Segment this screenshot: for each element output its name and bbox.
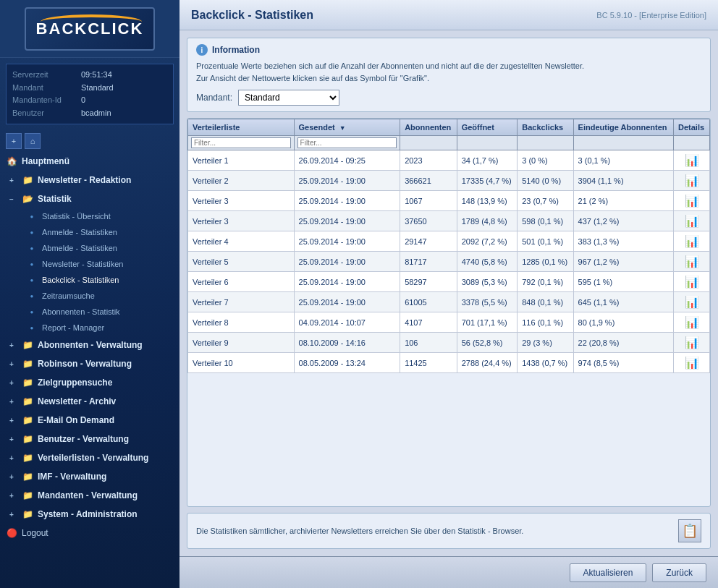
sidebar-item-verteilerlisten-verwaltung[interactable]: + 📁 Verteilerlisten - Verwaltung: [0, 448, 180, 467]
dot-icon-abonnenten-stat: ●: [26, 306, 38, 318]
cell-eindeutig-8: 80 (1,9 %): [573, 312, 673, 333]
sidebar-item-report-manager[interactable]: ● Report - Manager: [0, 320, 180, 336]
chart-button-10[interactable]: 📊: [685, 356, 699, 370]
sidebar-item-label-abonnenten-verwaltung: Abonnenten - Verwaltung: [38, 340, 143, 350]
filter-cell-backclicks: [518, 136, 573, 150]
sidebar-item-label-statistik-uebersicht: Statistik - Übersicht: [42, 212, 111, 221]
chart-button-0[interactable]: 📊: [685, 153, 699, 167]
sidebar-item-abmelde-statistiken[interactable]: ● Abmelde - Statistiken: [0, 240, 180, 256]
cell-chart-3[interactable]: 📊: [674, 211, 710, 231]
filter-cell-name[interactable]: [188, 136, 295, 150]
cell-chart-5[interactable]: 📊: [674, 252, 710, 272]
sidebar-add-button[interactable]: +: [6, 133, 22, 149]
sidebar-item-robinson-verwaltung[interactable]: + 📁 Robinson - Verwaltung: [0, 354, 180, 373]
table-row: Verteiler 9 08.10.2009 - 14:16 106 56 (5…: [188, 333, 710, 353]
sidebar-item-statistik[interactable]: − 📂 Statistik: [0, 189, 180, 208]
folder-icon-zielgruppe: 📁: [22, 377, 33, 388]
expand-icon-robinson: +: [6, 358, 17, 370]
cell-chart-7[interactable]: 📊: [674, 292, 710, 312]
main-content-area: Backclick - Statistiken BC 5.9.10 - [Ent…: [180, 0, 718, 588]
sidebar-item-backclick-statistiken[interactable]: ● Backclick - Statistiken: [0, 272, 180, 288]
cell-name-4: Verteiler 4: [188, 231, 295, 252]
col-header-eindeutig[interactable]: Eindeutige Abonnenten: [573, 119, 673, 136]
info-box-line2: Zur Ansicht der Nettowerte klicken sie a…: [196, 72, 701, 85]
cell-name-5: Verteiler 5: [188, 252, 295, 272]
sidebar-item-zeitraumsuche[interactable]: ● Zeitraumsuche: [0, 288, 180, 304]
filter-input-gesendet[interactable]: [297, 137, 397, 148]
col-header-verteilerliste[interactable]: Verteilerliste: [188, 119, 295, 136]
cell-gesendet-2: 25.09.2014 - 19:00: [294, 191, 400, 211]
cell-chart-4[interactable]: 📊: [674, 231, 710, 252]
col-header-abonnenten[interactable]: Abonnenten: [400, 119, 457, 136]
chart-button-7[interactable]: 📊: [685, 295, 699, 309]
cell-gesendet-10: 08.05.2009 - 13:24: [294, 353, 400, 373]
col-header-geoeffnet[interactable]: Geöffnet: [457, 119, 518, 136]
chart-button-9[interactable]: 📊: [685, 336, 699, 349]
sidebar-item-system-administration[interactable]: + 📁 System - Administration: [0, 505, 180, 524]
cell-gesendet-5: 25.09.2014 - 19:00: [294, 252, 400, 272]
chart-button-1[interactable]: 📊: [685, 174, 699, 187]
chart-button-3[interactable]: 📊: [685, 214, 699, 228]
info-box-title: Information: [212, 45, 260, 55]
sidebar-toolbar: + ⌂: [0, 130, 180, 152]
table-scroll-area[interactable]: Verteilerliste Gesendet ▼ Abonnenten Geö…: [187, 119, 710, 506]
zurueck-button[interactable]: Zurück: [652, 563, 706, 582]
sidebar-item-hauptmenu[interactable]: 🏠 Hauptmenü: [0, 152, 180, 171]
cell-backclicks-9: 29 (3 %): [518, 333, 573, 353]
filter-input-name[interactable]: [191, 137, 291, 148]
sidebar-item-logout[interactable]: 🔴 Logout: [0, 524, 180, 542]
cell-eindeutig-9: 22 (20,8 %): [573, 333, 673, 353]
cell-name-3: Verteiler 3: [188, 211, 295, 231]
chart-button-6[interactable]: 📊: [685, 275, 699, 289]
sidebar-item-statistik-uebersicht[interactable]: ● Statistik - Übersicht: [0, 208, 180, 224]
dot-icon-newsletter-stat: ●: [26, 258, 38, 270]
cell-abonnenten-10: 11425: [400, 353, 457, 373]
cell-backclicks-2: 23 (0,7 %): [518, 191, 573, 211]
sidebar-home-button[interactable]: ⌂: [25, 133, 41, 149]
mandant-row: Mandant: Standard: [196, 90, 701, 106]
col-header-gesendet[interactable]: Gesendet ▼: [294, 119, 400, 136]
sidebar-item-anmelde-statistiken[interactable]: ● Anmelde - Statistiken: [0, 224, 180, 240]
chart-button-5[interactable]: 📊: [685, 255, 699, 268]
cell-abonnenten-2: 1067: [400, 191, 457, 211]
sidebar-item-abonnenten-verwaltung[interactable]: + 📁 Abonnenten - Verwaltung: [0, 336, 180, 354]
sidebar-item-imf-verwaltung[interactable]: + 📁 IMF - Verwaltung: [0, 467, 180, 486]
cell-abonnenten-4: 29147: [400, 231, 457, 252]
folder-icon-archiv: 📁: [22, 396, 33, 407]
cell-chart-9[interactable]: 📊: [674, 333, 710, 353]
cell-backclicks-5: 1285 (0,1 %): [518, 252, 573, 272]
mandant-label-text: Mandant:: [196, 93, 232, 103]
sidebar-item-benutzer-verwaltung[interactable]: + 📁 Benutzer - Verwaltung: [0, 430, 180, 448]
sidebar-item-label-robinson: Robinson - Verwaltung: [38, 359, 132, 369]
server-time-label: Serverzeit: [12, 69, 81, 82]
sidebar-nav: 🏠 Hauptmenü + 📁 Newsletter - Redaktion −…: [0, 152, 180, 588]
cell-backclicks-6: 792 (0,1 %): [518, 272, 573, 292]
sidebar-item-label-report: Report - Manager: [42, 323, 104, 332]
col-label-abonnenten: Abonnenten: [405, 123, 451, 132]
sidebar-item-mandanten-verwaltung[interactable]: + 📁 Mandanten - Verwaltung: [0, 486, 180, 505]
cell-geoeffnet-1: 17335 (4,7 %): [457, 171, 518, 191]
cell-chart-10[interactable]: 📊: [674, 353, 710, 373]
chart-button-8[interactable]: 📊: [685, 315, 699, 329]
cell-abonnenten-1: 366621: [400, 171, 457, 191]
sidebar-item-abonnenten-statistik[interactable]: ● Abonnenten - Statistik: [0, 304, 180, 320]
cell-chart-1[interactable]: 📊: [674, 171, 710, 191]
cell-chart-8[interactable]: 📊: [674, 312, 710, 333]
sidebar-item-zielgruppensuche[interactable]: + 📁 Zielgruppensuche: [0, 373, 180, 392]
aktualisieren-button[interactable]: Aktualisieren: [570, 563, 647, 582]
sidebar-item-newsletter-redaktion[interactable]: + 📁 Newsletter - Redaktion: [0, 171, 180, 189]
cell-chart-2[interactable]: 📊: [674, 191, 710, 211]
table-row: Verteiler 4 25.09.2014 - 19:00 29147 209…: [188, 231, 710, 252]
sidebar-item-newsletter-statistiken[interactable]: ● Newsletter - Statistiken: [0, 256, 180, 272]
chart-button-2[interactable]: 📊: [685, 194, 699, 208]
col-header-backclicks[interactable]: Backclicks: [518, 119, 573, 136]
sidebar-item-newsletter-archiv[interactable]: + 📁 Newsletter - Archiv: [0, 392, 180, 411]
cell-chart-6[interactable]: 📊: [674, 272, 710, 292]
filter-cell-gesendet[interactable]: [294, 136, 400, 150]
main-body: i Information Prozentuale Werte beziehen…: [180, 30, 718, 556]
browser-button[interactable]: 📋: [678, 519, 701, 542]
chart-button-4[interactable]: 📊: [685, 234, 699, 248]
cell-chart-0[interactable]: 📊: [674, 150, 710, 171]
mandant-select[interactable]: Standard: [238, 90, 339, 106]
sidebar-item-email-on-demand[interactable]: + 📁 E-Mail On Demand: [0, 411, 180, 430]
